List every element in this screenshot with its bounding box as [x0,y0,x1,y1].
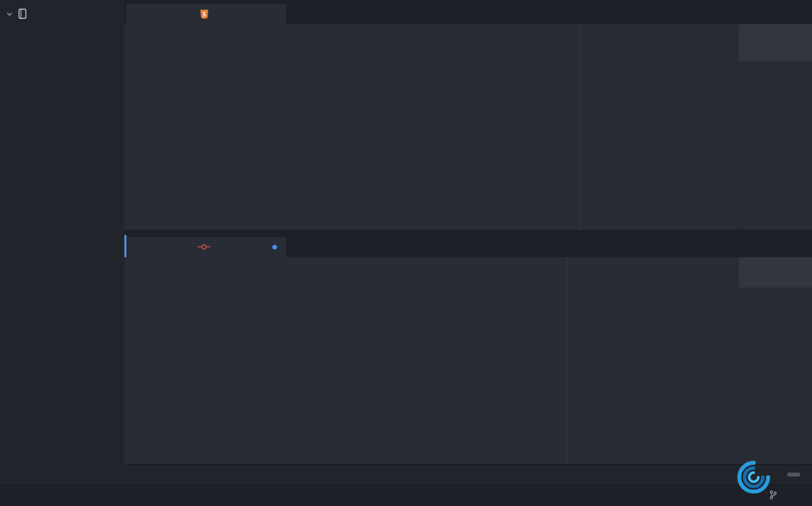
minimap-viewport[interactable] [739,24,812,61]
top-tabbar: 5 [124,0,812,24]
tab-index-html[interactable]: 5 [126,4,286,24]
top-editor-code [124,24,739,230]
chevron-down-icon [5,10,13,18]
project-sidebar [0,0,124,484]
minimap-viewport[interactable] [739,257,812,287]
editor-window: 5 [0,0,812,506]
project-root[interactable] [0,6,124,22]
project-icon [17,8,28,20]
git-commit-icon [198,243,210,251]
modified-dot [272,245,277,249]
bottom-minimap[interactable] [738,257,812,465]
top-editor[interactable] [124,24,812,230]
git-branch-icon [769,490,777,499]
svg-text:5: 5 [202,10,206,17]
html5-icon: 5 [200,9,209,20]
bottom-editor-code [124,257,739,465]
top-minimap[interactable] [738,24,812,230]
editor-column: 5 [124,0,812,484]
status-bar [0,484,812,506]
status-right-group [694,490,799,501]
bottom-tabbar [124,232,812,257]
tab-commit-editmsg[interactable] [126,237,286,257]
bottom-editor[interactable] [124,257,812,465]
console-bar [124,464,812,484]
status-git-branch[interactable] [769,490,780,499]
console-clear-button[interactable] [787,473,800,477]
